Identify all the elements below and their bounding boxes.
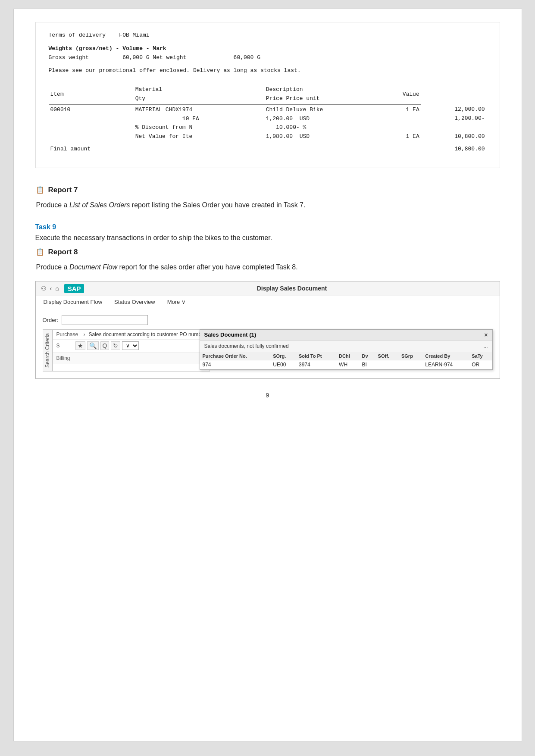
- popup-col-dchl: DChl: [336, 352, 360, 360]
- popup-col-po: Purchase Order No.: [200, 352, 271, 360]
- popup-col-saty: SaTy: [469, 352, 492, 360]
- popup-col-dv: Dv: [360, 352, 375, 360]
- popup-table-cell: LEARN-974: [422, 360, 469, 369]
- sap-content: Order: Search Criteria Purchase: [36, 308, 500, 378]
- promo-line: Please see our promotional offer enclose…: [49, 66, 487, 75]
- report7-suffix: report listing the Sales Order you have …: [130, 201, 305, 209]
- person-icon[interactable]: ⚇: [41, 285, 47, 292]
- report8-section: 📋 Report 8 Produce a Document Flow repor…: [35, 247, 500, 272]
- sap-nav-icons: ⚇ ‹ ⌂: [41, 285, 59, 292]
- terms-value: FOB Miami: [119, 32, 149, 38]
- purchase-label: Purchase: [56, 331, 80, 337]
- popup-col-soldto: Sold To Pt: [296, 352, 336, 360]
- final-empty2: [264, 142, 382, 155]
- col-material: Material Qty: [134, 84, 264, 104]
- popup-col-created: Created By: [422, 352, 469, 360]
- report8-body: Produce a Document Flow report for the s…: [36, 262, 500, 272]
- report7-body: Produce a List of Sales Orders report li…: [36, 200, 500, 210]
- popup-table-row[interactable]: 974UE003974WHBILEARN-974OR: [200, 360, 492, 369]
- row1-desc: Child Deluxe Bike1,200.00 USD 10.000- %1…: [264, 104, 382, 142]
- weights-bold: Weights (gross/net) - Volume - Mark: [49, 45, 166, 52]
- sap-window-title: Display Sales Document: [89, 285, 494, 292]
- search-panel: Search Criteria Purchase › Sales documen…: [43, 329, 210, 372]
- popup-header: Sales Document (1) ×: [200, 330, 492, 341]
- popup-sub-header: Sales documents, not fully confirmed ...: [200, 341, 492, 352]
- page: Terms of delivery FOB Miami Weights (gro…: [13, 9, 522, 741]
- gross-line: Gross weight 60,000 G Net weight 60,000 …: [49, 53, 487, 62]
- report7-section: 📋 Report 7 Produce a List of Sales Order…: [35, 185, 500, 210]
- popup-table-cell: [375, 360, 399, 369]
- expand-arrow[interactable]: ›: [84, 331, 85, 337]
- popup-table-cell: [399, 360, 422, 369]
- popup-table: Purchase Order No. SOrg. Sold To Pt DChl…: [200, 352, 492, 369]
- order-input[interactable]: [62, 315, 148, 325]
- popup-col-soff: SOff.: [375, 352, 399, 360]
- col-item: Item: [49, 84, 134, 104]
- promo-text: Please see our promotional offer enclose…: [49, 67, 301, 74]
- popup-table-cell: WH: [336, 360, 360, 369]
- final-label: Final amount: [49, 142, 134, 155]
- toolbar-search[interactable]: 🔍: [87, 341, 99, 350]
- report8-title: Report 8: [48, 248, 78, 256]
- home-icon[interactable]: ⌂: [55, 285, 59, 292]
- popup-table-cell: BI: [360, 360, 375, 369]
- s-label: S: [56, 343, 74, 349]
- billing-criteria-row: Billing: [53, 352, 210, 364]
- purchase-criteria-row: Purchase › Sales document according to c…: [53, 330, 210, 340]
- back-icon[interactable]: ‹: [50, 285, 52, 292]
- task9-section: Task 9 Execute the necessary transaction…: [35, 223, 500, 243]
- final-amount-row: Final amount 10,800.00: [49, 142, 487, 155]
- weights-heading: Weights (gross/net) - Volume - Mark: [49, 44, 487, 53]
- divider: [49, 80, 487, 80]
- sales-doc-popup: Sales Document (1) × Sales documents, no…: [200, 329, 493, 370]
- invoice-table: Item Material Qty Description Price Pric…: [49, 84, 487, 155]
- popup-col-sorg: SOrg.: [270, 352, 296, 360]
- task9-body: Execute the necessary transactions in or…: [35, 233, 500, 243]
- report8-icon: 📋: [35, 247, 45, 257]
- report7-header: 📋 Report 7: [35, 185, 500, 195]
- toolbar-row: S ★ 🔍 Q ↻ ∨: [53, 340, 210, 352]
- menu-item-more[interactable]: More ∨: [165, 298, 188, 306]
- report8-italic: Document Flow: [69, 263, 117, 271]
- report7-title: Report 7: [48, 186, 78, 194]
- report8-header: 📋 Report 8: [35, 247, 500, 257]
- terms-label: Terms of delivery: [49, 32, 106, 38]
- toolbar-star[interactable]: ★: [75, 341, 85, 350]
- search-area: Search Criteria Purchase › Sales documen…: [43, 329, 493, 372]
- page-number: 9: [35, 392, 500, 399]
- toolbar-select[interactable]: ∨: [122, 341, 139, 350]
- popup-sub-text: Sales documents, not fully confirmed: [204, 343, 289, 349]
- final-empty1: [134, 142, 264, 155]
- report7-italic: List of Sales Orders: [69, 201, 130, 209]
- popup-close-btn[interactable]: ×: [484, 331, 488, 338]
- expand-text: Sales document according to customer PO …: [89, 331, 206, 337]
- row1-material: MATERIAL CHDX1974 10 EA% Discount from N…: [134, 104, 264, 142]
- menu-item-doc-flow[interactable]: Display Document Flow: [41, 298, 105, 306]
- sap-menu-bar: Display Document Flow Status Overview Mo…: [36, 296, 500, 308]
- report7-prefix: Produce a: [36, 201, 69, 209]
- popup-table-cell: 974: [200, 360, 271, 369]
- col-value: Value: [382, 84, 421, 104]
- col-description: Description Price Price unit: [264, 84, 382, 104]
- sap-logo: SAP: [64, 284, 84, 293]
- popup-title: Sales Document (1): [204, 331, 257, 338]
- toolbar-q[interactable]: Q: [100, 341, 110, 350]
- search-criteria-rows: Purchase › Sales document according to c…: [53, 330, 210, 364]
- toolbar-refresh[interactable]: ↻: [111, 341, 120, 350]
- popup-table-cell: 3974: [296, 360, 336, 369]
- task9-title: Task 9: [35, 223, 500, 231]
- row1-value: 12,000.001,200.00-10,800.00: [421, 104, 487, 142]
- terms-line: Terms of delivery FOB Miami: [49, 31, 487, 40]
- menu-item-status[interactable]: Status Overview: [112, 298, 158, 306]
- net-value: 60,000 G: [234, 54, 260, 61]
- order-label: Order:: [43, 317, 59, 323]
- row1-priceunit: 1 EA1 EA: [382, 104, 421, 142]
- sap-window: ⚇ ‹ ⌂ SAP Display Sales Document Display…: [35, 281, 500, 379]
- popup-more-btn[interactable]: ...: [483, 343, 488, 349]
- search-criteria-content: Purchase › Sales document according to c…: [53, 329, 210, 372]
- popup-col-sgrp: SGrp: [399, 352, 422, 360]
- popup-table-cell: OR: [469, 360, 492, 369]
- popup-table-cell: UE00: [270, 360, 296, 369]
- order-row: Order:: [43, 315, 493, 325]
- row1-item: 000010: [49, 104, 134, 142]
